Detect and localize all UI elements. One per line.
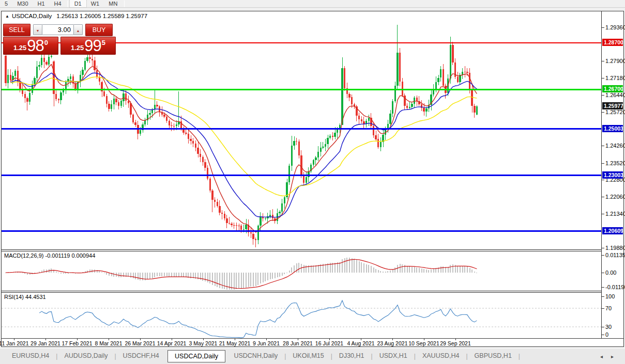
price-tick: 1.21340	[605, 211, 625, 217]
price-tick-mark	[602, 27, 604, 28]
price-axis: 1.293601.279001.271801.264401.257201.242…	[601, 11, 623, 338]
rsi-axis-tick: 100	[605, 293, 615, 299]
tab-scroll-arrows: ◂ ▸	[600, 354, 625, 359]
rsi-axis-tick-mark	[602, 308, 604, 309]
macd-axis-tick-mark	[602, 273, 604, 273]
price-tick-mark	[602, 61, 604, 61]
tab-xauusd-h4[interactable]: XAUUSD,H4	[416, 351, 466, 362]
sell-price-big: 98	[27, 38, 43, 54]
date-label: 29 Sep 2021	[440, 340, 471, 346]
timeframe-button-mn[interactable]: MN	[104, 0, 122, 7]
macd-plot[interactable]: MACD(12,26,9) -0.001119 0.000944	[2, 251, 601, 291]
macd-axis-tick: -0.011904	[605, 284, 625, 290]
date-label: 14 Apr 2021	[157, 340, 187, 346]
collapse-icon[interactable]: ▲	[5, 14, 9, 19]
price-tick-mark	[602, 78, 604, 78]
tab-usdx-h1[interactable]: USDX,H1	[373, 351, 414, 362]
price-badge: 1.25977	[602, 102, 623, 109]
price-tick-mark	[602, 163, 604, 164]
chart-ohlc-values: 1.25613 1.26005 1.25589 1.25977	[56, 13, 147, 19]
date-axis: 11 Jan 202129 Jan 202117 Feb 20218 Mar 2…	[2, 338, 623, 346]
volume-decrease-button[interactable]: ▼	[33, 24, 42, 35]
tab-separator: |	[519, 353, 520, 360]
price-tick-mark	[602, 180, 604, 180]
price-tick-mark	[602, 197, 604, 197]
price-tick: 1.27180	[605, 75, 625, 81]
macd-axis-tick-mark	[602, 255, 604, 256]
chart-tab-bar: EURUSD,H4|AUDUSD,Daily|USDCHF,H4 USDCAD,…	[0, 348, 625, 364]
price-tick-mark	[602, 95, 604, 96]
date-label: 3 May 2021	[189, 340, 218, 346]
sell-price-small: 1.25	[13, 44, 26, 52]
price-tick: 1.25720	[605, 109, 625, 115]
one-click-trade-panel: SELL ▼ ▲ BUY 1.25980 1.25995	[3, 23, 117, 55]
price-badge: 1.26700	[602, 85, 623, 92]
timeframe-button-d1[interactable]: D1	[70, 0, 86, 7]
macd-axis-tick-mark	[602, 287, 604, 288]
rsi-label: RSI(14) 44.4531	[4, 294, 46, 300]
up-arrow-icon: ▲	[77, 29, 80, 33]
volume-increase-button[interactable]: ▲	[73, 24, 83, 35]
macd-axis-tick: 0.01135	[605, 252, 625, 258]
timeframe-button-m30[interactable]: M30	[12, 0, 33, 7]
price-tick-mark	[602, 146, 604, 146]
tab-dj30-h1[interactable]: DJ30,H1	[332, 351, 371, 362]
volume-input[interactable]	[42, 24, 73, 35]
tab-ukoil-m15[interactable]: UKOil,M15	[286, 351, 330, 362]
down-arrow-icon: ▼	[36, 29, 40, 33]
price-tick: 1.29360	[605, 24, 625, 30]
price-tick-mark	[602, 112, 604, 113]
chart-title-bar: ▲ USDCAD,Daily 1.25613 1.26005 1.25589 1…	[2, 11, 623, 21]
price-tick-mark	[602, 214, 604, 214]
timeframe-button-5[interactable]: 5	[0, 0, 12, 7]
tab-usdcnh-daily[interactable]: USDCNH,Daily	[227, 351, 284, 362]
rsi-axis-tick: 70	[605, 305, 612, 311]
date-label: 26 Mar 2021	[125, 340, 156, 346]
timeframe-button-h4[interactable]: H4	[50, 0, 66, 7]
sell-price-display[interactable]: 1.25980	[3, 37, 58, 55]
tab-scroll-right-icon[interactable]: ▸	[611, 354, 614, 359]
date-label: 21 May 2021	[219, 340, 251, 346]
tab-usdchf-h4[interactable]: USDCHF,H4	[116, 351, 166, 362]
price-tick: 1.26440	[605, 92, 625, 98]
timeframe-button-h1[interactable]: H1	[33, 0, 50, 7]
price-badge: 1.23003	[602, 171, 623, 179]
buy-price-display[interactable]: 1.25995	[60, 37, 116, 55]
date-label: 8 Mar 2021	[95, 340, 122, 346]
price-badge: 1.25003	[602, 125, 623, 132]
date-label: 29 Jan 2021	[31, 340, 60, 346]
rsi-axis-tick: 0	[605, 331, 608, 338]
price-badge: 1.28700	[602, 39, 623, 46]
rsi-plot[interactable]: RSI(14) 44.4531	[2, 293, 601, 338]
price-tick-mark	[602, 248, 604, 248]
date-label: 17 Feb 2021	[62, 340, 93, 346]
sell-price-sup: 0	[44, 39, 48, 46]
buy-price-sup: 5	[102, 39, 105, 46]
sell-button[interactable]: SELL	[3, 24, 31, 36]
tab-gbpusd-h1[interactable]: GBPUSD,H1	[468, 351, 519, 362]
rsi-axis-tick-mark	[602, 327, 604, 327]
candlestick-plot[interactable]	[2, 21, 601, 249]
date-label: 23 Aug 2021	[377, 340, 408, 346]
tab-audusd-daily[interactable]: AUDUSD,Daily	[57, 351, 114, 362]
macd-label: MACD(12,26,9) -0.001119 0.000944	[4, 252, 95, 259]
buy-button[interactable]: BUY	[85, 24, 113, 36]
date-label: 28 Jun 2021	[283, 340, 313, 346]
timeframe-toolbar: 5M30H1H4D1W1MN	[0, 0, 625, 8]
toolbar-separator	[124, 1, 125, 7]
rsi-axis-tick: 30	[605, 324, 612, 330]
tab-scroll-left-icon[interactable]: ◂	[600, 354, 603, 359]
buy-price-small: 1.25	[71, 44, 84, 52]
chart-window: ▲ USDCAD,Daily 1.25613 1.26005 1.25589 1…	[1, 11, 624, 347]
price-badge: 1.20609	[602, 227, 623, 234]
price-tick: 1.24260	[605, 143, 625, 149]
tab-usdcad-daily[interactable]: USDCAD,Daily	[167, 350, 225, 362]
date-label: 16 Jul 2021	[315, 340, 343, 346]
date-label: 4 Aug 2021	[347, 340, 374, 346]
price-tick: 1.23520	[605, 160, 625, 166]
date-label: 11 Jan 2021	[0, 340, 29, 346]
timeframe-button-w1[interactable]: W1	[86, 0, 104, 7]
tab-eurusd-h4[interactable]: EURUSD,H4	[5, 351, 56, 362]
application-window: 5M30H1H4D1W1MN ▲ USDCAD,Daily 1.25613 1.…	[0, 0, 625, 364]
chart-symbol-title: USDCAD,Daily	[12, 13, 52, 19]
